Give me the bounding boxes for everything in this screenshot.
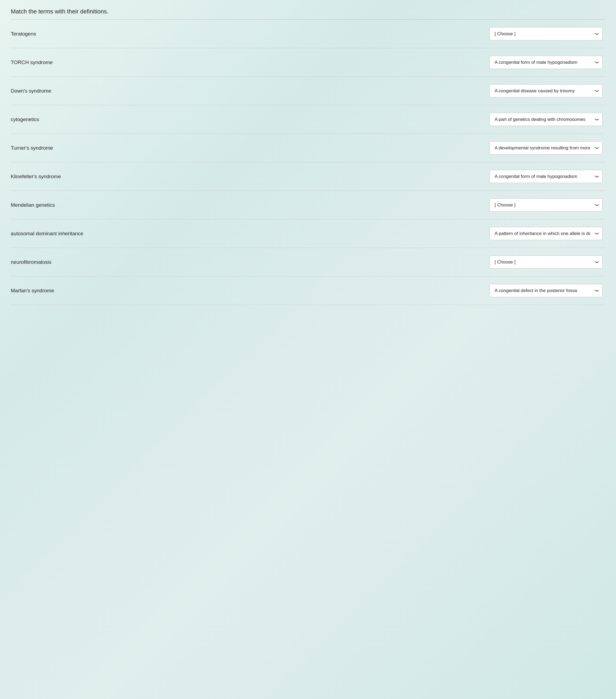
- table-row: TORCH syndrome[ Choose ]An agent that ca…: [11, 48, 605, 77]
- term-cell-downs-syndrome: Down's syndrome: [11, 77, 308, 105]
- dropdown-cell-teratogens: [ Choose ]An agent that causes fetal abn…: [308, 19, 605, 48]
- table-row: cytogenetics[ Choose ]An agent that caus…: [11, 105, 605, 134]
- term-cell-cytogenetics: cytogenetics: [11, 105, 308, 134]
- table-row: neurofibromatosis[ Choose ]An agent that…: [11, 248, 605, 276]
- dropdown-teratogens[interactable]: [ Choose ]An agent that causes fetal abn…: [490, 27, 603, 40]
- dropdown-klinefelters-syndrome[interactable]: [ Choose ]An agent that causes fetal abn…: [490, 170, 603, 183]
- dropdown-mendelian-genetics[interactable]: [ Choose ]An agent that causes fetal abn…: [490, 198, 603, 212]
- dropdown-cell-cytogenetics: [ Choose ]An agent that causes fetal abn…: [308, 105, 605, 134]
- table-row: autosomal dominant inheritance[ Choose ]…: [11, 219, 605, 248]
- term-cell-neurofibromatosis: neurofibromatosis: [11, 248, 308, 276]
- dropdown-cell-mendelian-genetics: [ Choose ]An agent that causes fetal abn…: [308, 191, 605, 219]
- dropdown-cell-autosomal-dominant: [ Choose ]An agent that causes fetal abn…: [308, 219, 605, 248]
- dropdown-cell-torch-syndrome: [ Choose ]An agent that causes fetal abn…: [308, 48, 605, 77]
- dropdown-marfans-syndrome[interactable]: [ Choose ]An agent that causes fetal abn…: [490, 284, 603, 297]
- term-cell-mendelian-genetics: Mendelian genetics: [11, 191, 308, 219]
- table-row: Klinefelter's syndrome[ Choose ]An agent…: [11, 162, 605, 191]
- table-row: Mendelian genetics[ Choose ]An agent tha…: [11, 191, 605, 219]
- term-cell-marfans-syndrome: Marfan's syndrome: [11, 276, 308, 305]
- dropdown-cell-klinefelters-syndrome: [ Choose ]An agent that causes fetal abn…: [308, 162, 605, 191]
- term-cell-autosomal-dominant: autosomal dominant inheritance: [11, 219, 308, 248]
- dropdown-cell-turners-syndrome: [ Choose ]An agent that causes fetal abn…: [308, 134, 605, 162]
- dropdown-turners-syndrome[interactable]: [ Choose ]An agent that causes fetal abn…: [490, 141, 603, 155]
- dropdown-downs-syndrome[interactable]: [ Choose ]An agent that causes fetal abn…: [490, 84, 603, 97]
- dropdown-neurofibromatosis[interactable]: [ Choose ]An agent that causes fetal abn…: [490, 255, 603, 268]
- term-cell-torch-syndrome: TORCH syndrome: [11, 48, 308, 77]
- match-table: Teratogens[ Choose ]An agent that causes…: [11, 19, 605, 305]
- table-row: Down's syndrome[ Choose ]An agent that c…: [11, 77, 605, 105]
- dropdown-torch-syndrome[interactable]: [ Choose ]An agent that causes fetal abn…: [490, 56, 603, 69]
- table-row: Turner's syndrome[ Choose ]An agent that…: [11, 134, 605, 162]
- term-cell-turners-syndrome: Turner's syndrome: [11, 134, 308, 162]
- table-row: Teratogens[ Choose ]An agent that causes…: [11, 19, 605, 48]
- table-row: Marfan's syndrome[ Choose ]An agent that…: [11, 276, 605, 305]
- dropdown-cell-downs-syndrome: [ Choose ]An agent that causes fetal abn…: [308, 77, 605, 105]
- term-cell-teratogens: Teratogens: [11, 19, 308, 48]
- dropdown-cell-neurofibromatosis: [ Choose ]An agent that causes fetal abn…: [308, 248, 605, 276]
- dropdown-cytogenetics[interactable]: [ Choose ]An agent that causes fetal abn…: [490, 113, 603, 126]
- dropdown-autosomal-dominant[interactable]: [ Choose ]An agent that causes fetal abn…: [490, 227, 603, 240]
- page-title: Match the terms with their definitions.: [11, 8, 605, 15]
- dropdown-cell-marfans-syndrome: [ Choose ]An agent that causes fetal abn…: [308, 276, 605, 305]
- term-cell-klinefelters-syndrome: Klinefelter's syndrome: [11, 162, 308, 191]
